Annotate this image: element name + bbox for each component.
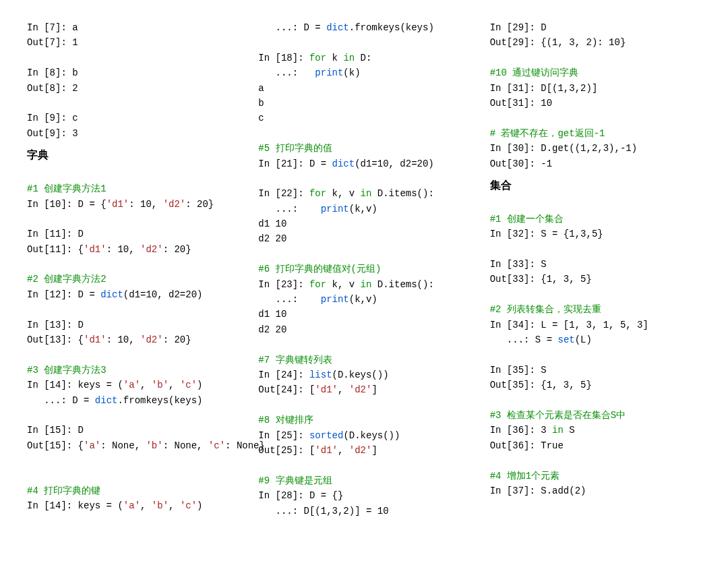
code-line: In [28]: D = {}	[258, 488, 469, 503]
blank-line	[258, 458, 469, 473]
t: D:	[355, 53, 371, 63]
code-line: In [29]: D	[490, 20, 701, 35]
t: (D.keys())	[343, 430, 400, 441]
code-line: In [24]: list(D.keys())	[258, 367, 469, 382]
code-line: In [32]: S = {1,3,5}	[490, 227, 701, 241]
code-line: ...: print(k,v)	[258, 202, 469, 216]
code-line: Out[8]: 2	[27, 81, 238, 96]
blank-line	[490, 347, 701, 362]
t: D.items():	[371, 279, 433, 290]
column-3: In [29]: D Out[29]: {(1, 3, 2): 10} #10 …	[490, 20, 701, 519]
builtin: dict	[332, 158, 355, 169]
t: In [24]:	[258, 370, 309, 380]
blank-line	[27, 51, 238, 65]
code-line: In [25]: sorted(D.keys())	[258, 428, 469, 443]
code-line: Out[35]: {1, 3, 5}	[490, 378, 701, 392]
code-line: In [35]: S	[490, 363, 701, 378]
code-line: ...: print(k,v)	[258, 292, 469, 307]
code-line: Out[7]: 1	[27, 35, 238, 50]
code-line: Out[25]: ['d1', 'd2']	[258, 443, 469, 458]
t: k	[326, 53, 343, 63]
code-line: In [18]: for k in D:	[258, 51, 469, 65]
t: (D.keys())	[332, 370, 389, 380]
string-literal: 'd1'	[84, 334, 107, 345]
t: D.items():	[371, 188, 433, 199]
t: (k,v)	[349, 294, 377, 305]
code-line: In [11]: D	[27, 227, 238, 241]
comment-line: #5 打印字典的值	[258, 141, 469, 156]
blank-line	[258, 171, 469, 186]
blank-line	[27, 469, 238, 483]
t: : 10,	[107, 244, 140, 255]
string-literal: 'd1'	[315, 384, 338, 395]
t: k, v	[326, 188, 360, 199]
blank-line	[490, 111, 701, 125]
t: Out[25]: [	[258, 445, 315, 456]
code-line: Out[29]: {(1, 3, 2): 10}	[490, 35, 701, 50]
t: k, v	[326, 279, 360, 290]
code-line: In [13]: D	[27, 318, 238, 332]
comment-line: #4 增加1个元素	[490, 469, 701, 483]
t: : 20}	[163, 334, 191, 345]
t: S	[564, 425, 575, 436]
t: In [14]: keys = (	[27, 380, 123, 390]
code-line: ...: D[(1,3,2)] = 10	[258, 504, 469, 519]
blank-line	[258, 337, 469, 352]
blank-line	[27, 257, 238, 272]
comment-line: #2 创建字典方法2	[27, 272, 238, 287]
blank-line	[490, 197, 701, 212]
blank-line	[27, 96, 238, 111]
code-line: In [34]: L = [1, 3, 1, 5, 3]	[490, 318, 701, 332]
blank-line	[27, 167, 238, 181]
builtin: print	[315, 67, 343, 78]
code-line: ...: S = set(L)	[490, 332, 701, 347]
t: Out[13]: {	[27, 334, 84, 345]
t: ,	[140, 380, 152, 390]
t: .fromkeys(keys)	[349, 22, 434, 33]
string-literal: 'b'	[146, 440, 162, 451]
code-line: d1 10	[258, 307, 469, 322]
t: In [10]: D = {	[27, 199, 107, 210]
code-line: a	[258, 81, 469, 96]
code-line: Out[15]: {'a': None, 'b': None, 'c': Non…	[27, 438, 238, 453]
string-literal: 'd1'	[315, 445, 338, 456]
t: : None,	[100, 440, 146, 451]
code-line: In [33]: S	[490, 257, 701, 272]
blank-line	[258, 247, 469, 262]
blank-line	[258, 398, 469, 413]
t: (L)	[575, 334, 592, 345]
keyword: for	[309, 279, 326, 290]
comment-line: #6 打印字典的键值对(元组)	[258, 262, 469, 276]
comment-line: #3 检查某个元素是否在集合S中	[490, 408, 701, 423]
code-line: In [30]: D.get((1,2,3),-1)	[490, 141, 701, 156]
blank-line	[27, 302, 238, 317]
column-1: In [7]: a Out[7]: 1 In [8]: b Out[8]: 2 …	[27, 20, 238, 519]
t: ...:	[258, 67, 315, 78]
blank-line	[258, 126, 469, 141]
code-line: ...: D = dict.fromkeys(keys)	[27, 393, 238, 408]
string-literal: 'd2'	[349, 445, 372, 456]
three-column-layout: In [7]: a Out[7]: 1 In [8]: b Out[8]: 2 …	[27, 20, 701, 519]
builtin: print	[321, 294, 349, 305]
blank-line	[258, 35, 469, 50]
t: (k)	[343, 67, 360, 78]
t: ...:	[258, 204, 320, 214]
t: Out[15]: {	[27, 440, 84, 451]
code-line: In [8]: b	[27, 65, 238, 80]
builtin: set	[557, 334, 574, 345]
builtin: print	[321, 204, 349, 214]
blank-line	[490, 242, 701, 257]
string-literal: 'c'	[208, 440, 225, 451]
comment-line: #1 创建一个集合	[490, 212, 701, 227]
comment-line: #7 字典键转列表	[258, 353, 469, 367]
t: : 20}	[185, 199, 214, 210]
keyword: for	[309, 188, 326, 199]
t: )	[197, 500, 202, 511]
t: ...:	[258, 294, 320, 305]
t: ]	[371, 384, 377, 395]
t: ]	[371, 445, 377, 456]
string-literal: 'c'	[180, 500, 197, 511]
section-heading-set: 集合	[490, 177, 701, 194]
code-line: In [14]: keys = ('a', 'b', 'c')	[27, 498, 238, 513]
code-line: In [14]: keys = ('a', 'b', 'c')	[27, 378, 238, 392]
